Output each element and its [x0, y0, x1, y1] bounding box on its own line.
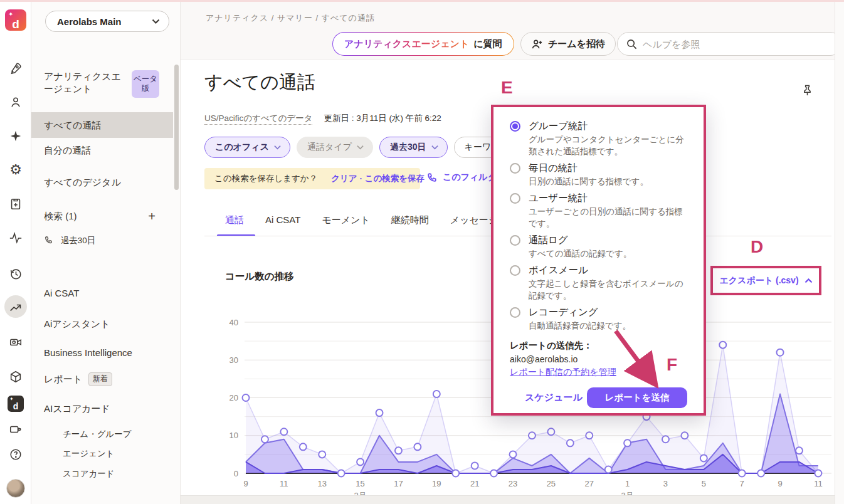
sidebar-item-my-calls[interactable]: 自分の通話 — [31, 145, 173, 157]
call-with-filter-link[interactable]: このフィルタ — [426, 172, 497, 183]
sidebar-item-teams-groups[interactable]: チーム・グループ — [31, 429, 173, 440]
filter-chip-date-range[interactable]: 過去30日 — [379, 137, 448, 158]
sidebar-item-label: 検索 (1) — [44, 211, 77, 221]
user-avatar[interactable] — [6, 479, 25, 498]
option-label: ユーザー統計 — [529, 191, 588, 206]
subtitle-row: US/Pacificのすべてのデータ 更新日 : 3月11日 (水) 午前 6:… — [204, 113, 441, 125]
sidebar-item-agents[interactable]: エージェント — [31, 448, 173, 459]
sidebar-item-all-digital[interactable]: すべてのデジタル — [31, 177, 173, 189]
agent-suffix-text: に質問 — [473, 38, 502, 50]
sidebar-item-label: レポート — [44, 374, 82, 384]
tab-ai-csat[interactable]: Ai CSAT — [265, 214, 300, 226]
activity-icon[interactable] — [8, 230, 23, 245]
chevron-down-icon — [152, 19, 160, 24]
video-gear-icon[interactable] — [8, 335, 23, 350]
radio-icon[interactable] — [510, 193, 520, 204]
window-scrollbar-track[interactable] — [835, 2, 844, 504]
dialpad-ai-icon[interactable]: ✦d — [8, 396, 24, 412]
ask-analytics-agent-button[interactable]: アナリティクスエージェント に質問 — [332, 32, 514, 56]
gear-icon[interactable]: ⚙ — [8, 162, 23, 177]
pin-icon[interactable] — [801, 84, 813, 99]
add-search-button[interactable]: + — [148, 209, 156, 224]
save-search-banner: この検索を保存しますか？ クリア · この検索を保存 — [204, 168, 420, 189]
sidebar-item-ai-scorecards[interactable]: AIスコアカード — [31, 403, 173, 415]
sidebar-item-reports[interactable]: レポート新着 — [31, 372, 173, 386]
icon-rail: ✦d ⚙ ✦d — [0, 2, 31, 504]
chart-title: コール数の推移 — [225, 270, 294, 283]
help-icon[interactable] — [8, 447, 23, 462]
history-icon[interactable] — [8, 266, 23, 281]
sidebar-item-ai-csat[interactable]: Ai CSAT — [31, 288, 173, 298]
tab-duration[interactable]: 継続時間 — [391, 214, 429, 226]
sidebar-scrollbar[interactable] — [174, 65, 179, 190]
option-label: 毎日の統計 — [529, 160, 578, 176]
phone-icon — [426, 172, 437, 183]
sidebar-item-searches[interactable]: 検索 (1) + — [31, 211, 173, 223]
filter-chip-office[interactable]: このオフィス — [204, 137, 290, 158]
clipboard-add-icon[interactable] — [8, 196, 23, 211]
radio-icon[interactable] — [510, 307, 520, 318]
svg-text:1: 1 — [625, 479, 630, 488]
sparkle-icon[interactable] — [8, 129, 23, 144]
svg-text:7: 7 — [740, 479, 744, 488]
org-selector[interactable]: Aerolabs Main — [45, 11, 169, 32]
updated-timestamp: 更新日 : 3月11日 (水) 午前 6:22 — [324, 113, 441, 124]
dialpad-logo-icon[interactable]: ✦d — [5, 9, 26, 31]
cube-icon[interactable] — [8, 369, 23, 384]
breadcrumb: アナリティクス / サマリー / すべての通話 — [206, 13, 375, 24]
svg-text:19: 19 — [432, 479, 441, 488]
sidebar-item-analytics-agent[interactable]: アナリティクスエージェント ベータ版 — [44, 70, 169, 98]
export-csv-button[interactable]: エクスポート (.csv) — [719, 275, 798, 286]
export-option-user-stats[interactable]: ユーザー統計 ユーザーごとの日別の通話に関する指標です。 — [510, 191, 687, 229]
chevron-down-icon — [357, 145, 364, 150]
sidebar-item-label: Ai CSAT — [44, 288, 79, 298]
sidebar-item-business-intelligence[interactable]: Business Intelligence — [31, 347, 173, 358]
app-window: ✦d ⚙ ✦d — [0, 0, 844, 504]
sidebar-item-all-calls[interactable]: すべての通話 — [31, 112, 173, 138]
org-selector-label: Aerolabs Main — [57, 16, 152, 27]
export-option-voicemail[interactable]: ボイスメール 文字起こしと録音を含むボイスメールの記録です。 — [510, 263, 687, 302]
schedule-button[interactable]: スケジュール — [525, 392, 583, 404]
export-option-daily-stats[interactable]: 毎日の統計 日別の通話に関する指標です。 — [510, 160, 687, 187]
chevron-down-icon — [431, 145, 438, 150]
svg-text:3: 3 — [663, 479, 668, 488]
rocket-icon[interactable] — [8, 61, 23, 76]
svg-text:40: 40 — [229, 318, 238, 327]
svg-text:9: 9 — [778, 479, 782, 488]
chip-label: 通話タイプ — [307, 142, 352, 153]
export-option-call-log[interactable]: 通話ログ すべての通話の記録です。 — [510, 233, 687, 260]
tab-calls[interactable]: 通話 — [225, 214, 244, 226]
data-scope-link[interactable]: US/Pacificのすべてのデータ — [204, 113, 312, 125]
sidebar-item-saved-search-last30[interactable]: 過去30日 — [31, 235, 173, 246]
analytics-tabs: 通話 Ai CSAT モーメント 継続時間 メッセージ — [225, 214, 498, 226]
person-icon[interactable] — [8, 95, 23, 110]
radio-icon[interactable] — [510, 121, 520, 132]
search-icon — [626, 39, 637, 50]
radio-icon[interactable] — [510, 163, 520, 174]
trending-up-icon[interactable] — [8, 301, 23, 316]
radio-icon[interactable] — [510, 235, 520, 246]
bottom-scroll-strip[interactable] — [181, 495, 835, 504]
agent-brand-text: アナリティクスエージェント — [344, 38, 469, 50]
sidebar-item-scorecards[interactable]: スコアカード — [31, 468, 173, 480]
clear-save-links[interactable]: クリア · この検索を保存 — [331, 173, 425, 184]
invite-team-label: チームを招待 — [548, 38, 605, 50]
sidebar-item-ai-assistant[interactable]: Aiアシスタント — [31, 318, 173, 330]
svg-text:13: 13 — [317, 479, 326, 488]
chevron-down-icon — [274, 145, 281, 150]
sidebar-item-label: チーム・グループ — [63, 429, 132, 439]
page-title: すべての通話 — [204, 70, 315, 95]
analytics-sidebar: Aerolabs Main アナリティクスエージェント ベータ版 すべての通話 … — [31, 2, 181, 504]
sidebar-item-label: すべてのデジタル — [44, 177, 121, 187]
svg-text:15: 15 — [356, 479, 364, 488]
export-option-group-stats[interactable]: グループ統計 グループやコンタクトセンターごとに分類された通話指標です。 — [510, 118, 687, 157]
svg-text:11: 11 — [280, 479, 288, 488]
radio-icon[interactable] — [510, 265, 520, 276]
camera-icon[interactable] — [8, 422, 23, 437]
invite-team-button[interactable]: チームを招待 — [520, 32, 616, 56]
tab-moments[interactable]: モーメント — [322, 214, 369, 226]
help-search-input[interactable] — [643, 39, 833, 50]
filter-chip-call-type[interactable]: 通話タイプ — [297, 137, 373, 158]
phone-icon — [44, 236, 53, 246]
person-plus-icon — [531, 39, 543, 50]
